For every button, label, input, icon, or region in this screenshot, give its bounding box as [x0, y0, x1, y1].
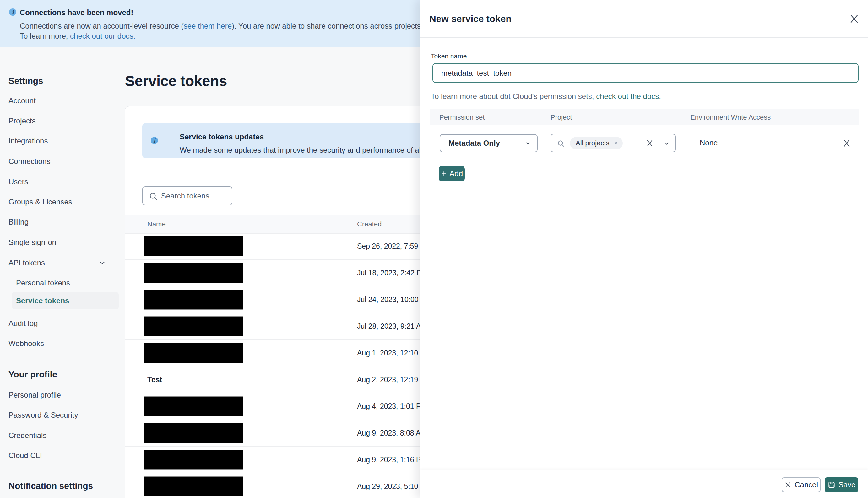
sidebar-item-integrations[interactable]: Integrations [9, 136, 48, 146]
redacted-name[interactable] [144, 476, 243, 496]
page-title: Service tokens [125, 72, 227, 90]
new-service-token-drawer: New service token Token name To learn mo… [421, 0, 868, 498]
permission-sets-note: To learn more about dbt Cloud's permissi… [431, 92, 661, 101]
redacted-name[interactable] [144, 236, 243, 256]
save-button[interactable]: Save [825, 477, 858, 492]
close-button[interactable] [849, 13, 860, 25]
add-button-label: Add [449, 169, 463, 178]
sidebar-item-personal-tokens[interactable]: Personal tokens [16, 278, 70, 288]
redacted-name[interactable] [144, 396, 243, 416]
info-icon: i [9, 9, 16, 16]
remove-row-button[interactable] [841, 138, 852, 148]
drawer-title: New service token [429, 13, 512, 24]
check-out-docs-link[interactable]: check out the docs. [596, 92, 661, 101]
save-button-label: Save [839, 481, 856, 489]
project-chip: All projects [570, 137, 623, 149]
chevron-down-icon[interactable] [98, 259, 106, 268]
redacted-name[interactable] [144, 263, 243, 283]
sidebar-item-billing[interactable]: Billing [9, 217, 29, 227]
sidebar-heading-settings: Settings [9, 76, 43, 86]
add-permission-button[interactable]: Add [439, 166, 465, 182]
cancel-button[interactable]: Cancel [781, 477, 820, 492]
plus-icon [440, 170, 447, 178]
redacted-name[interactable] [144, 289, 243, 310]
banner-body: Connections are now an account-level res… [20, 22, 486, 30]
sidebar-item-account[interactable]: Account [9, 95, 36, 106]
permission-set-value: Metadata Only [448, 135, 500, 152]
column-header-env-write-access: Environment Write Access [690, 109, 771, 125]
infobox-title: Service tokens updates [180, 132, 264, 141]
permissions-table-header: Permission set Project Environment Write… [430, 109, 858, 125]
search-input[interactable] [160, 188, 228, 204]
column-header-permission-set: Permission set [439, 109, 485, 125]
column-header-name: Name [147, 215, 166, 233]
drawer-header: New service token [421, 0, 868, 38]
clear-icon [645, 139, 655, 148]
sidebar-item-single-sign-on[interactable]: Single sign-on [9, 237, 56, 248]
save-icon [828, 481, 836, 489]
sidebar-item-audit-log[interactable]: Audit log [9, 318, 38, 329]
chip-remove-icon[interactable] [613, 141, 618, 146]
check-our-docs-link[interactable]: check out our docs. [70, 32, 135, 40]
redacted-name[interactable] [144, 423, 243, 443]
clear-selection-button[interactable] [645, 139, 655, 149]
info-icon: i [151, 137, 158, 144]
redacted-name[interactable] [144, 450, 243, 470]
sidebar-item-personal-profile[interactable]: Personal profile [9, 390, 61, 400]
banner-learn-more: To learn more, check out our docs. [20, 32, 135, 40]
see-them-here-link[interactable]: see them here [184, 22, 232, 30]
sidebar-item-password-security[interactable]: Password & Security [9, 410, 78, 420]
chevron-down-icon [524, 140, 531, 147]
sidebar-item-projects[interactable]: Projects [9, 116, 36, 126]
sidebar-heading-your-profile: Your profile [9, 370, 57, 380]
remove-row-icon [841, 138, 852, 148]
sidebar-item-connections[interactable]: Connections [9, 156, 50, 167]
sidebar-item-users[interactable]: Users [9, 176, 28, 187]
chevron-down-icon[interactable] [663, 140, 670, 148]
close-icon [849, 13, 860, 25]
search-icon [557, 140, 566, 148]
project-multiselect[interactable]: All projects [551, 134, 676, 152]
created-cell: Jul 24, 2023, 10:00 AM [357, 286, 431, 313]
cancel-icon [784, 481, 791, 489]
permission-set-select[interactable]: Metadata Only [440, 134, 538, 152]
sidebar-item-credentials[interactable]: Credentials [9, 430, 47, 441]
environment-write-access-value: None [700, 125, 718, 161]
project-chip-label: All projects [576, 139, 609, 147]
sidebar-heading-notification-settings: Notification settings [9, 481, 93, 491]
token-name-link[interactable]: Test [147, 366, 162, 393]
sidebar-item-service-tokens[interactable]: Service tokens [16, 296, 69, 306]
drawer-footer: Cancel Save [421, 470, 868, 498]
token-name-input[interactable] [432, 63, 858, 83]
sidebar-item-api-tokens[interactable]: API tokens [9, 258, 45, 268]
dbt-cloud-settings-screen: i Connections have been moved! Connectio… [0, 0, 868, 498]
redacted-name[interactable] [144, 343, 243, 363]
banner-title: Connections have been moved! [20, 8, 133, 17]
sidebar-item-cloud-cli[interactable]: Cloud CLI [9, 450, 42, 461]
column-header-created: Created [357, 215, 382, 233]
column-header-project: Project [551, 109, 572, 125]
search-tokens-box [142, 186, 232, 205]
sidebar-item-webhooks[interactable]: Webhooks [9, 338, 44, 349]
permission-row: Metadata Only All projects None [430, 125, 858, 161]
redacted-name[interactable] [144, 316, 243, 336]
sidebar-item-groups-licenses[interactable]: Groups & Licenses [9, 197, 72, 207]
search-icon [148, 192, 159, 201]
cancel-button-label: Cancel [794, 481, 818, 489]
token-name-label: Token name [431, 52, 466, 60]
